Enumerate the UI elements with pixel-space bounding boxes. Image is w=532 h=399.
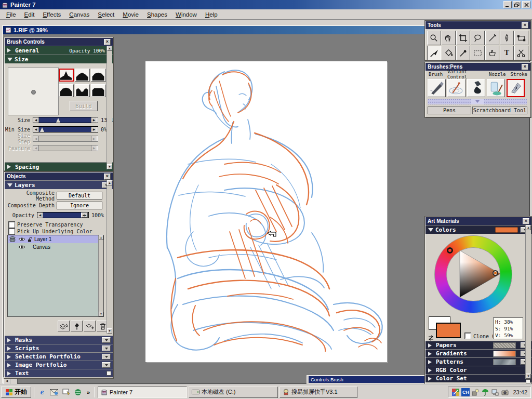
network-pc-icon[interactable] <box>491 388 499 396</box>
quick-launch-more[interactable]: » <box>85 387 92 397</box>
pick-up-underlying-checkbox[interactable] <box>9 229 15 234</box>
menu-movie[interactable]: Movie <box>118 10 143 19</box>
section-size[interactable]: Size <box>5 55 113 63</box>
brushes-menu-nozzle[interactable]: Nozzle <box>489 72 506 77</box>
scroll-down-arrow[interactable]: ▼ <box>107 164 112 169</box>
plugin-layer-button[interactable] <box>71 321 83 331</box>
brushes-menu-variant-control[interactable]: Variant Control <box>447 69 484 79</box>
section-colors[interactable]: Colors <box>425 225 531 234</box>
tool-pen[interactable] <box>500 31 514 45</box>
tool-rectangular-selection[interactable] <box>471 46 485 60</box>
menu-window[interactable]: Window <box>171 10 201 19</box>
build-button[interactable]: Build <box>70 101 98 111</box>
scroll-down-arrow[interactable]: ▼ <box>99 312 103 316</box>
scroll-up-arrow[interactable]: ▲ <box>526 225 531 230</box>
scroll-down-arrow[interactable]: ▼ <box>107 328 112 334</box>
quick-launch-media[interactable] <box>73 387 83 397</box>
new-layer-button[interactable] <box>84 321 96 331</box>
tool-rectangular-shape[interactable] <box>514 31 528 45</box>
image-portfolio-menu-button[interactable] <box>102 362 111 368</box>
resize-grip[interactable] <box>107 371 111 376</box>
tool-paint-bucket[interactable] <box>442 46 456 60</box>
quick-launch-ie[interactable]: e <box>37 387 47 397</box>
tool-scissors[interactable] <box>514 46 528 60</box>
task-screen-capture[interactable]: 搜易抓屏快手V3.1 <box>280 387 357 398</box>
menu-help[interactable]: Help <box>201 10 222 19</box>
min-size-slider[interactable]: ◀▶ <box>33 126 98 132</box>
brush-drawer-handle[interactable] <box>428 99 527 104</box>
tool-magnifier[interactable] <box>427 31 441 45</box>
menu-shapes[interactable]: Shapes <box>143 10 171 19</box>
lock-open-icon[interactable] <box>28 237 32 242</box>
selection-portfolio-menu-button[interactable] <box>102 354 111 360</box>
tool-layer-adjuster[interactable] <box>485 46 499 60</box>
objects-scrollbar[interactable]: ▲ ▼ <box>107 180 112 334</box>
scroll-up-arrow[interactable]: ▲ <box>107 46 112 51</box>
menu-select[interactable]: Select <box>94 10 118 19</box>
layer-commands-button[interactable] <box>58 321 70 331</box>
dab-profile-3[interactable] <box>91 69 106 82</box>
hscroll-left-arrow[interactable]: ◀ <box>3 377 10 384</box>
composite-method-select[interactable]: Default <box>57 192 102 200</box>
section-general[interactable]: General Opacity 100% <box>5 46 113 55</box>
brushes-menu-brush[interactable]: Brush <box>429 72 443 77</box>
password-agent-icon[interactable] <box>471 388 480 396</box>
layer-row-layer1[interactable]: Layer 1 <box>8 235 103 243</box>
section-rgb-color[interactable]: RGB Color <box>425 366 531 374</box>
menu-file[interactable]: File <box>2 10 20 19</box>
layer-row-canvas[interactable]: Canvas <box>8 243 103 251</box>
brush-variant-label[interactable]: Scratchboard Tool <box>472 107 527 114</box>
brush-icon-liquid-ink[interactable] <box>467 79 485 97</box>
preserve-transparency-checkbox[interactable] <box>9 222 15 228</box>
section-patterns[interactable]: Patterns <box>425 357 531 366</box>
masks-menu-button[interactable] <box>102 337 111 343</box>
section-layers[interactable]: Layers <box>5 180 113 189</box>
menu-canvas[interactable]: Canvas <box>65 10 94 19</box>
minimize-button[interactable] <box>503 1 512 8</box>
input-method-indicator[interactable]: CH <box>461 388 470 396</box>
section-papers[interactable]: Papers <box>425 341 531 349</box>
tool-grabber[interactable] <box>442 31 456 45</box>
screen-capture-tray-icon[interactable] <box>501 388 509 396</box>
tool-crop[interactable] <box>456 31 470 45</box>
dab-profile-1[interactable] <box>59 69 74 82</box>
section-color-set[interactable]: Color Set <box>425 374 531 382</box>
objects-titlebar[interactable]: Objects × <box>5 172 113 180</box>
tool-text[interactable]: T <box>500 46 514 60</box>
close-icon[interactable]: × <box>523 218 529 224</box>
quick-launch-mail[interactable] <box>49 387 59 397</box>
tool-quick-curve[interactable] <box>485 31 499 45</box>
task-painter[interactable]: Painter 7 <box>98 387 187 398</box>
scripts-menu-button[interactable] <box>102 345 111 351</box>
dab-profile-5[interactable] <box>75 84 90 97</box>
hue-selector-ring[interactable] <box>447 247 453 254</box>
section-selection-portfolio[interactable]: Selection Portfolio <box>5 352 113 361</box>
brush-category-label[interactable]: Pens <box>428 107 471 114</box>
section-image-portfolio[interactable]: Image Portfolio <box>5 361 113 369</box>
close-button[interactable] <box>522 1 530 8</box>
close-icon[interactable]: × <box>522 64 528 70</box>
start-button[interactable]: 开始 <box>1 387 31 398</box>
brush-icon-pens[interactable] <box>507 79 525 97</box>
brushes-menu-stroke[interactable]: Stroke <box>510 72 527 77</box>
display-settings-icon[interactable] <box>451 388 460 396</box>
sv-selector-ring[interactable] <box>493 270 498 276</box>
art-materials-titlebar[interactable]: Art Materials × <box>425 217 531 225</box>
clone-color-checkbox[interactable] <box>465 333 471 339</box>
visibility-eye-icon[interactable] <box>18 245 25 249</box>
canvas[interactable] <box>145 61 387 362</box>
visibility-eye-icon[interactable] <box>18 237 25 242</box>
brush-controls-titlebar[interactable]: Brush Controls × <box>5 38 113 46</box>
scroll-up-arrow[interactable]: ▲ <box>99 235 103 240</box>
tool-lasso[interactable] <box>471 31 485 45</box>
scroll-up-arrow[interactable]: ▲ <box>107 180 112 185</box>
art-materials-scrollbar[interactable]: ▲ ▼ <box>525 225 531 379</box>
section-spacing[interactable]: Spacing <box>5 162 113 171</box>
tools-titlebar[interactable]: Tools × <box>425 21 530 29</box>
brush-icon-airbrush[interactable] <box>428 79 446 97</box>
tool-brush[interactable] <box>427 46 441 60</box>
controls-brush-titlebar[interactable]: Controls:Brush <box>309 376 426 383</box>
close-icon[interactable]: × <box>522 22 528 29</box>
close-icon[interactable]: × <box>104 174 111 180</box>
dab-profile-2[interactable] <box>75 69 90 82</box>
